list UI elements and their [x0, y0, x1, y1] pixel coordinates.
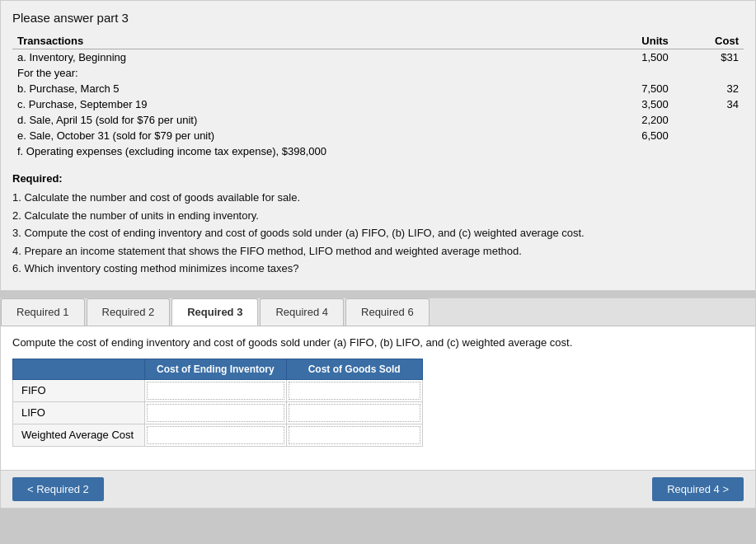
- cost-ending-inventory-cell[interactable]: [145, 401, 287, 424]
- transaction-label: f. Operating expenses (excluding income …: [12, 143, 599, 159]
- cost-ending-inventory-cell[interactable]: [145, 379, 287, 401]
- cost-table-row: FIFO: [13, 379, 423, 401]
- transaction-label: e. Sale, October 31 (sold for $79 per un…: [12, 128, 599, 143]
- transaction-cost: 32: [682, 81, 744, 96]
- panel-content: Compute the cost of ending inventory and…: [1, 326, 755, 470]
- transaction-label: c. Purchase, September 19: [12, 96, 599, 112]
- transaction-units: 6,500: [599, 128, 682, 143]
- transaction-units: [599, 143, 682, 159]
- bottom-panel: Required 1Required 2Required 3Required 4…: [0, 298, 756, 509]
- cost-table-header-sold: Cost of Goods Sold: [286, 359, 422, 379]
- transaction-cost: $31: [682, 49, 744, 66]
- cost-row-label: FIFO: [13, 379, 145, 401]
- table-row: For the year:: [12, 65, 744, 81]
- transaction-cost: [682, 65, 744, 81]
- tab-req4[interactable]: Required 4: [260, 298, 344, 326]
- tab-req1[interactable]: Required 1: [1, 298, 85, 326]
- top-panel: Please answer part 3 Transactions Units …: [0, 0, 756, 291]
- table-row: d. Sale, April 15 (sold for $76 per unit…: [12, 112, 744, 128]
- cost-ending-inventory-cell[interactable]: [145, 424, 287, 446]
- cost-row-label: Weighted Average Cost: [13, 424, 145, 446]
- cost-ending-inventory-input-1[interactable]: [147, 404, 284, 422]
- transactions-table: Transactions Units Cost a. Inventory, Be…: [12, 33, 744, 159]
- col-header-cost: Cost: [682, 33, 744, 49]
- required-label: Required:: [12, 172, 744, 185]
- table-row: a. Inventory, Beginning 1,500 $31: [12, 49, 744, 66]
- transaction-label: d. Sale, April 15 (sold for $76 per unit…: [12, 112, 599, 128]
- transaction-label: b. Purchase, March 5: [12, 81, 599, 96]
- tab-req6[interactable]: Required 6: [345, 298, 430, 326]
- transaction-units: 2,200: [599, 112, 682, 128]
- cost-ending-inventory-input-0[interactable]: [147, 382, 284, 400]
- transaction-units: 1,500: [599, 49, 682, 66]
- transaction-units: 7,500: [599, 81, 682, 96]
- required-item: 6. Which inventory costing method minimi…: [12, 260, 744, 277]
- cost-table: Cost of Ending Inventory Cost of Goods S…: [12, 359, 423, 447]
- transaction-cost: 34: [682, 96, 744, 112]
- table-row: e. Sale, October 31 (sold for $79 per un…: [12, 128, 744, 143]
- col-header-units: Units: [599, 33, 682, 49]
- panel-description: Compute the cost of ending inventory and…: [12, 336, 744, 349]
- required-item: 3. Compute the cost of ending inventory …: [12, 225, 744, 242]
- nav-buttons: < Required 2 Required 4 >: [1, 470, 755, 508]
- cost-ending-inventory-input-2[interactable]: [147, 426, 284, 444]
- tabs-row: Required 1Required 2Required 3Required 4…: [1, 298, 755, 326]
- required-item: 1. Calculate the number and cost of good…: [12, 190, 744, 206]
- transaction-cost: [682, 143, 744, 159]
- page-title: Please answer part 3: [12, 11, 744, 25]
- cost-goods-sold-cell[interactable]: [286, 424, 422, 446]
- cost-goods-sold-input-0[interactable]: [289, 382, 420, 400]
- transaction-units: 3,500: [599, 96, 682, 112]
- transaction-cost: [682, 128, 744, 143]
- cost-goods-sold-input-1[interactable]: [289, 404, 420, 422]
- tab-req3[interactable]: Required 3: [171, 298, 258, 326]
- cost-goods-sold-cell[interactable]: [286, 379, 422, 401]
- col-header-transactions: Transactions: [12, 33, 599, 49]
- required-item: 2. Calculate the number of units in endi…: [12, 208, 744, 224]
- tab-req2[interactable]: Required 2: [87, 298, 171, 326]
- table-row: f. Operating expenses (excluding income …: [12, 143, 744, 159]
- next-button[interactable]: Required 4 >: [652, 477, 744, 501]
- transaction-label: For the year:: [12, 65, 599, 81]
- required-items-list: 1. Calculate the number and cost of good…: [12, 190, 744, 277]
- prev-button[interactable]: < Required 2: [12, 477, 104, 501]
- cost-table-header-ending: Cost of Ending Inventory: [145, 359, 287, 379]
- cost-goods-sold-cell[interactable]: [286, 401, 422, 424]
- required-item: 4. Prepare an income statement that show…: [12, 243, 744, 260]
- transaction-cost: [682, 112, 744, 128]
- table-row: c. Purchase, September 19 3,500 34: [12, 96, 744, 112]
- transaction-units: [599, 65, 682, 81]
- required-section: Required: 1. Calculate the number and co…: [12, 172, 744, 277]
- cost-goods-sold-input-2[interactable]: [289, 426, 420, 444]
- cost-table-row: LIFO: [13, 401, 423, 424]
- cost-row-label: LIFO: [13, 401, 145, 424]
- transaction-label: a. Inventory, Beginning: [12, 49, 599, 66]
- cost-table-row: Weighted Average Cost: [13, 424, 423, 446]
- table-row: b. Purchase, March 5 7,500 32: [12, 81, 744, 96]
- cost-table-empty-header: [13, 359, 145, 379]
